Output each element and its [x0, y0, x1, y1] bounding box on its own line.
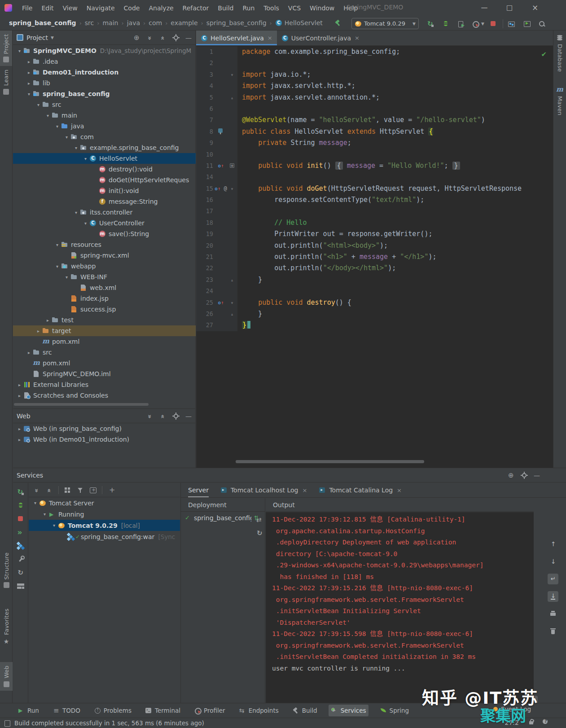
locate-icon[interactable] [508, 472, 515, 479]
menu-item-file[interactable]: File [18, 4, 37, 12]
tree-arrow-icon[interactable]: ▾ [25, 92, 33, 96]
stop-icon[interactable] [17, 515, 24, 522]
tree-arrow-icon[interactable]: ▾ [53, 242, 61, 247]
fold-expand-icon[interactable]: + [230, 163, 234, 168]
project-tree-row[interactable]: SpringMVC_DEMO.iml [13, 368, 196, 379]
locate-icon[interactable] [133, 34, 140, 41]
breadcrumb-item[interactable]: src [85, 19, 94, 26]
project-tree-row[interactable]: ▾HelloServlet [13, 153, 196, 164]
deploy-icon[interactable] [17, 529, 24, 536]
web-tree-row[interactable]: ▸Web (in Demo01_introduction) [13, 434, 195, 445]
build-hammer-icon[interactable] [334, 19, 342, 26]
deployment-row[interactable]: spring_base_config [181, 512, 265, 524]
project-tree-row[interactable]: index.jsp [13, 293, 196, 304]
gutter-mark[interactable]: o↑ [213, 297, 228, 308]
tree-arrow-icon[interactable]: ▾ [63, 135, 70, 140]
event-log-button[interactable]: Event Log [492, 706, 531, 713]
group-by-icon[interactable] [64, 487, 71, 494]
project-tree-row[interactable]: ▸lib [13, 78, 196, 88]
gutter-mark[interactable]: o↑ [213, 160, 228, 171]
scroll-up-button[interactable] [548, 539, 558, 549]
tool-button-learn[interactable]: Learn [0, 66, 12, 98]
editor-gutter[interactable]: 10 [196, 149, 237, 160]
menu-item-code[interactable]: Code [119, 4, 145, 12]
gutter-mark[interactable] [213, 126, 228, 137]
editor-gutter[interactable]: 16 [196, 194, 237, 206]
artifact-icon[interactable] [17, 542, 24, 549]
editor-gutter[interactable]: 8 [196, 126, 237, 137]
stop-button[interactable] [488, 19, 498, 29]
close-icon[interactable]: × [355, 35, 360, 41]
gutter-mark[interactable]: o↑ @ [213, 183, 228, 194]
status-item-terminal[interactable]: Terminal [143, 705, 183, 716]
chevron-down-icon[interactable]: ▼ [51, 35, 54, 40]
project-tree-row[interactable]: ▸External Libraries [13, 379, 196, 390]
menu-item-view[interactable]: View [58, 4, 82, 12]
expand-all-icon[interactable] [146, 412, 154, 420]
project-tree-row[interactable]: message:String [13, 196, 196, 207]
hide-panel-icon[interactable]: — [185, 412, 192, 420]
gear-icon[interactable] [172, 34, 180, 41]
tree-arrow-icon[interactable]: ▾ [53, 124, 61, 129]
project-tree-row[interactable]: ▾webapp [13, 261, 196, 272]
profiler-button[interactable] [470, 19, 480, 29]
tree-arrow-icon[interactable]: ▸ [16, 382, 23, 387]
editor-gutter[interactable]: 24 [196, 285, 237, 297]
project-tree-row[interactable]: spring-mvc.xml [13, 250, 196, 261]
menu-item-tools[interactable]: Tools [259, 4, 284, 12]
tree-arrow-icon[interactable]: ▾ [63, 275, 70, 280]
web-tree-row[interactable]: ▸Web (in spring_base_config) [13, 423, 195, 434]
editor-gutter[interactable]: 17 [196, 206, 237, 217]
tree-arrow-icon[interactable]: ▸ [44, 318, 52, 323]
tree-arrow-icon[interactable]: ▾ [16, 48, 23, 53]
breadcrumb-item[interactable]: example [171, 19, 197, 26]
tree-arrow-icon[interactable]: ▸ [16, 393, 23, 398]
layout-icon[interactable] [4, 719, 11, 727]
collapse-all-icon[interactable] [46, 487, 53, 494]
fold-marker-icon[interactable]: + [228, 160, 236, 171]
refresh-icon[interactable] [256, 530, 263, 537]
rerun-icon[interactable] [17, 488, 24, 496]
editor-tab[interactable]: HelloServlet.java× [196, 31, 277, 45]
project-tree-row[interactable]: ▸target [13, 325, 196, 336]
project-tree-row[interactable]: pom.xml [13, 358, 196, 368]
tree-arrow-icon[interactable]: ▾ [53, 264, 61, 269]
project-tree-row[interactable]: ▾src [13, 99, 196, 110]
tool-button-project[interactable]: Project [0, 31, 12, 66]
search-everywhere-button[interactable] [537, 19, 547, 29]
profiler-dropdown-icon[interactable]: ▼ [481, 22, 484, 26]
editor-gutter[interactable]: 20 [196, 240, 237, 251]
project-structure-button[interactable] [506, 19, 516, 29]
status-item-run[interactable]: Run [15, 705, 41, 716]
editor-gutter[interactable]: 15o↑ @▿ [196, 183, 237, 194]
tool-button-structure[interactable]: Structure [0, 549, 13, 592]
filter-icon[interactable] [77, 487, 84, 494]
tree-arrow-icon[interactable]: ▸ [25, 81, 33, 86]
services-tree-row[interactable]: ▾Running [29, 509, 180, 520]
fold-marker-icon[interactable]: ▵ [228, 92, 236, 103]
tree-arrow-icon[interactable]: ▸ [35, 329, 42, 333]
override-marker-icon[interactable]: o [215, 186, 218, 192]
project-tree-row[interactable]: pom.xml [13, 336, 196, 347]
tree-arrow-icon[interactable]: ▾ [50, 523, 58, 528]
tool-button-maven[interactable]: Maven [553, 83, 566, 119]
add-icon[interactable] [108, 487, 115, 494]
scroll-down-button[interactable] [548, 556, 558, 567]
tool-window-button[interactable] [522, 19, 532, 29]
project-tree-row[interactable]: ▸Demo01_introduction [13, 67, 196, 78]
tool-button-database[interactable]: Database [553, 31, 566, 75]
breadcrumb-item[interactable]: spring_base_config [206, 19, 267, 26]
status-item-services[interactable]: Services [329, 705, 369, 716]
window-close-icon[interactable]: × [529, 2, 541, 13]
debug-button[interactable] [441, 19, 451, 29]
inspections-ok-icon[interactable]: ✔ [541, 50, 547, 58]
editor-gutter[interactable]: 19 [196, 228, 237, 240]
menu-item-build[interactable]: Build [213, 4, 238, 12]
project-panel-title[interactable]: Project [26, 34, 48, 41]
editor-gutter[interactable]: 6 [196, 103, 237, 114]
services-tree-row[interactable]: ▾Tomcat 9.0.29[local] [29, 520, 180, 531]
horizontal-scrollbar[interactable] [236, 460, 424, 463]
breadcrumb-item[interactable]: HelloServlet [275, 19, 323, 26]
server-log-output[interactable]: 11-Dec-2022 17:39:12.815 信息 [Catalina-ut… [266, 512, 534, 703]
editor-gutter[interactable]: 4 [196, 80, 237, 92]
